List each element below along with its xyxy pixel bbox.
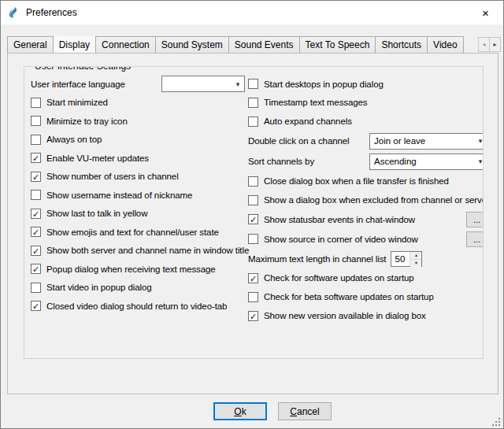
checkbox-dialog-when-excluded[interactable] [248,195,258,205]
checkbox-row: ✓ Popup dialog when receiving text messa… [31,260,245,279]
tab-connection[interactable]: Connection [95,36,156,53]
double-click-label: Double click on a channel [248,136,350,146]
close-icon: × [482,6,489,20]
right-column: Start desktops in popup dialog Timestamp… [248,75,484,325]
sort-channels-label: Sort channels by [248,157,314,166]
checkbox-always-on-top[interactable] [31,135,41,145]
checkbox-show-new-version[interactable]: ✓ [248,311,258,321]
checkbox-label[interactable]: Always on top [46,135,102,144]
checkbox-row: Start desktops in popup dialog [248,75,484,94]
checkbox-label[interactable]: Start desktops in popup dialog [264,80,384,89]
checkbox-row: Minimize to tray icon [31,112,245,131]
cancel-button[interactable]: Cancel [278,402,332,420]
checkbox-label[interactable]: Minimize to tray icon [46,116,128,126]
checkbox-label[interactable]: Auto expand channels [264,116,352,126]
checkbox-show-user-count[interactable]: ✓ [31,172,41,182]
checkbox-auto-expand-channels[interactable] [248,116,258,127]
tab-video[interactable]: Video [427,36,463,53]
group-title: User Interface Settings [32,66,134,72]
close-button[interactable]: × [468,1,503,24]
checkbox-label[interactable]: Show number of users in channel [46,172,179,181]
checkbox-label[interactable]: Show a dialog box when excluded from cha… [264,195,484,205]
checkbox-minimize-to-tray[interactable] [31,116,41,126]
checkbox-label[interactable]: Enable VU-meter updates [46,153,149,163]
ok-label-key: O [234,406,241,417]
titlebar: Preferences × [1,1,503,24]
language-select[interactable]: ▾ [161,76,245,92]
checkbox-label[interactable]: Popup dialog when receiving text message [46,264,216,274]
checkbox-row: Auto expand channels [248,112,484,131]
checkbox-label[interactable]: Show both server and channel name in win… [46,246,249,255]
ok-button[interactable]: Ok [213,402,267,420]
tab-scroll-right-button[interactable]: ▸ [489,37,501,52]
tab-sound-system[interactable]: Sound System [155,36,229,53]
cancel-label-key: C [290,406,297,417]
checkbox-last-to-talk-yellow[interactable]: ✓ [31,209,41,219]
checkbox-emojis-and-text[interactable]: ✓ [31,227,41,237]
max-text-length-spinner[interactable]: 50 ▴ ▾ [391,251,422,267]
checkbox-server-channel-in-title[interactable]: ✓ [31,246,41,256]
sort-channels-row: Sort channels by Ascending ▾ [248,151,484,172]
checkbox-row: Check for beta software updates on start… [248,287,484,306]
checkbox-check-beta-updates[interactable] [248,292,258,302]
tab-page-display: User Interface Settings User interface l… [7,53,498,394]
max-text-length-label: Maximum text length in channel list [248,254,386,264]
checkbox-username-instead-nickname[interactable] [31,190,41,200]
checkbox-label[interactable]: Check for beta software updates on start… [264,292,434,301]
tab-bar: General Display Connection Sound System … [7,36,486,53]
window-title: Preferences [26,7,77,18]
checkbox-label[interactable]: Show username instead of nickname [46,190,192,200]
checkbox-start-video-popup[interactable] [31,283,41,293]
tab-scroll-left-button[interactable]: ◂ [478,37,490,52]
checkbox-label[interactable]: Show statusbar events in chat-window [264,215,415,224]
combo-value: Ascending [370,157,474,166]
checkbox-label[interactable]: Check for software updates on startup [264,273,414,283]
checkbox-row: ✓ Show both server and channel name in w… [31,242,245,261]
checkbox-label[interactable]: Timestamp text messages [264,98,367,107]
checkbox-label[interactable]: Show last to talk in yellow [46,209,147,218]
checkbox-popup-text-message[interactable]: ✓ [31,264,41,274]
spin-up-icon[interactable]: ▴ [410,252,421,260]
tab-sound-events[interactable]: Sound Events [228,36,300,53]
checkbox-label[interactable]: Show emojis and text for channel/user st… [46,227,219,237]
checkbox-label[interactable]: Close dialog box when a file transfer is… [264,176,449,186]
checkbox-video-source-corner[interactable] [248,234,258,244]
double-click-select[interactable]: Join or leave ▾ [369,133,484,150]
spin-down-icon[interactable]: ▾ [410,260,421,267]
tab-general[interactable]: General [7,36,54,53]
checkbox-start-minimized[interactable] [31,98,41,108]
chevron-left-icon: ◂ [482,41,485,48]
checkbox-statusbar-events[interactable]: ✓ [248,214,258,224]
checkbox-row: Show a dialog box when excluded from cha… [248,190,484,209]
spinner-value[interactable]: 50 [391,252,410,266]
cancel-label: ancel [297,406,320,417]
checkbox-vu-meter-updates[interactable]: ✓ [31,153,41,163]
checkbox-start-desktops-popup[interactable] [248,79,258,89]
checkbox-label[interactable]: Start video in popup dialog [46,283,151,292]
max-text-length-row: Maximum text length in channel list 50 ▴… [248,249,484,268]
tab-display[interactable]: Display [53,36,96,53]
chevron-down-icon: ▾ [474,157,484,165]
resize-grip[interactable] [491,416,501,426]
checkbox-check-updates[interactable]: ✓ [248,273,258,283]
tab-scroll-buttons: ◂ ▸ [478,37,501,52]
video-source-more-button[interactable]: ... [466,231,484,247]
checkbox-row: ✓ Closed video dialog should return to v… [31,297,245,316]
checkbox-row: ✓ Show new version available in dialog b… [248,306,484,325]
checkbox-timestamp-messages[interactable] [248,98,258,108]
sort-channels-select[interactable]: Ascending ▾ [369,153,484,170]
checkbox-label[interactable]: Show source in corner of video window [264,235,418,244]
checkbox-label[interactable]: Show new version available in dialog box [264,311,426,320]
checkbox-row: ✓ Enable VU-meter updates [31,149,245,168]
checkbox-label[interactable]: Start minimized [46,98,108,107]
checkbox-label[interactable]: Closed video dialog should return to vid… [46,301,227,311]
checkbox-closed-video-return-tab[interactable]: ✓ [31,301,41,311]
statusbar-events-more-button[interactable]: ... [466,212,484,227]
preferences-window: Preferences × General Display Connection… [0,0,504,429]
checkbox-row: ✓ Show emojis and text for channel/user … [31,223,245,242]
tab-text-to-speech[interactable]: Text To Speech [299,36,376,53]
statusbar-events-row: ✓ Show statusbar events in chat-window .… [248,209,484,229]
tab-shortcuts[interactable]: Shortcuts [375,36,428,53]
app-icon [7,6,20,19]
checkbox-close-on-file-transfer[interactable] [248,176,258,187]
